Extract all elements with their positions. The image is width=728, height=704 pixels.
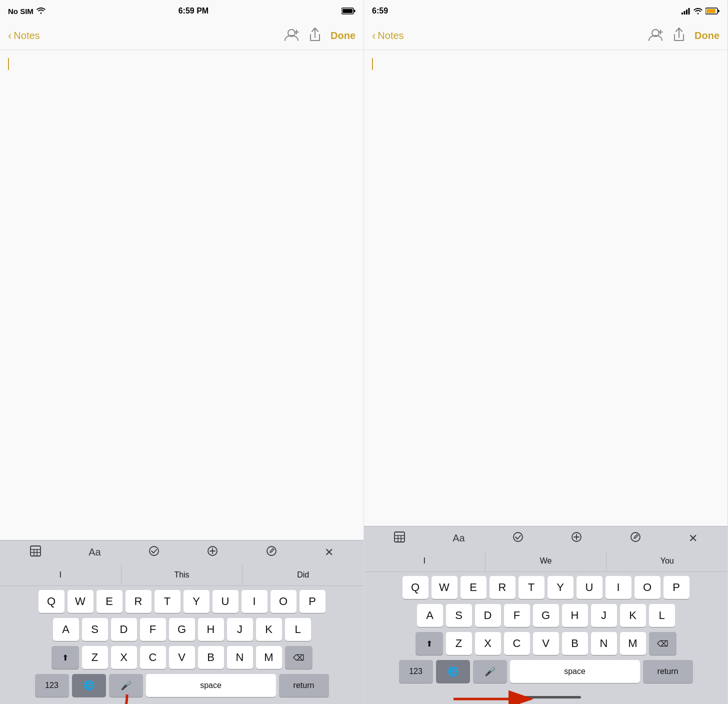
- left-key-row-2: A S D F G H J K L: [2, 618, 362, 641]
- key-o[interactable]: O: [270, 590, 296, 613]
- add-person-icon[interactable]: [284, 28, 300, 44]
- right-table-toolbar-icon[interactable]: [389, 528, 410, 548]
- table-toolbar-icon[interactable]: [25, 542, 46, 562]
- key-j[interactable]: J: [227, 618, 253, 641]
- right-back-chevron: ‹: [372, 30, 376, 42]
- key-z[interactable]: Z: [82, 646, 108, 669]
- return-key[interactable]: return: [279, 674, 329, 697]
- right-key-h[interactable]: H: [562, 604, 588, 627]
- key-w[interactable]: W: [68, 590, 94, 613]
- right-add-toolbar-icon[interactable]: [566, 528, 587, 548]
- right-key-y[interactable]: Y: [548, 576, 574, 599]
- autocomplete-item-1[interactable]: This: [122, 566, 243, 584]
- right-add-person-icon[interactable]: [648, 28, 664, 44]
- right-numbers-key[interactable]: 123: [399, 660, 433, 683]
- key-a[interactable]: A: [53, 618, 79, 641]
- key-s[interactable]: S: [82, 618, 108, 641]
- globe-key[interactable]: 🌐: [72, 674, 106, 697]
- format-toolbar-icon[interactable]: Aa: [84, 544, 106, 561]
- numbers-key[interactable]: 123: [35, 674, 69, 697]
- key-v[interactable]: V: [169, 646, 195, 669]
- right-key-n[interactable]: N: [591, 632, 617, 655]
- key-q[interactable]: Q: [38, 590, 64, 613]
- backspace-key[interactable]: ⌫: [285, 646, 312, 669]
- right-key-t[interactable]: T: [518, 576, 544, 599]
- checklist-toolbar-icon[interactable]: [144, 542, 164, 562]
- key-f[interactable]: F: [140, 618, 166, 641]
- right-note-content[interactable]: [364, 50, 728, 526]
- right-autocomplete-bar: I We You: [364, 550, 728, 572]
- left-note-content[interactable]: [0, 50, 364, 540]
- right-key-k[interactable]: K: [620, 604, 646, 627]
- right-format-toolbar-icon[interactable]: Aa: [448, 530, 470, 547]
- right-done-button[interactable]: Done: [694, 30, 720, 42]
- key-e[interactable]: E: [96, 590, 122, 613]
- autocomplete-item-0[interactable]: I: [0, 566, 122, 584]
- key-m[interactable]: M: [256, 646, 282, 669]
- right-pen-toolbar-icon[interactable]: [625, 528, 646, 548]
- autocomplete-item-2[interactable]: Did: [242, 566, 364, 584]
- right-key-o[interactable]: O: [634, 576, 660, 599]
- right-autocomplete-item-0[interactable]: I: [364, 552, 486, 570]
- close-toolbar-icon[interactable]: ✕: [320, 543, 338, 562]
- right-checklist-toolbar-icon[interactable]: [508, 528, 528, 548]
- right-battery-icon: [706, 8, 720, 14]
- key-u[interactable]: U: [212, 590, 238, 613]
- right-key-r[interactable]: R: [490, 576, 516, 599]
- right-autocomplete-item-1[interactable]: We: [486, 552, 607, 570]
- key-r[interactable]: R: [126, 590, 152, 613]
- right-status-icons: [682, 8, 720, 14]
- right-share-icon[interactable]: [674, 28, 684, 44]
- right-back-button[interactable]: ‹ Notes: [372, 30, 404, 42]
- right-key-l[interactable]: L: [649, 604, 675, 627]
- right-autocomplete-item-2[interactable]: You: [606, 552, 728, 570]
- right-key-v[interactable]: V: [533, 632, 559, 655]
- key-x[interactable]: X: [111, 646, 137, 669]
- key-l[interactable]: L: [285, 618, 311, 641]
- left-back-label: Notes: [14, 30, 40, 42]
- right-close-toolbar-icon[interactable]: ✕: [684, 529, 702, 548]
- key-i[interactable]: I: [242, 590, 268, 613]
- right-key-b[interactable]: B: [562, 632, 588, 655]
- right-key-p[interactable]: P: [664, 576, 690, 599]
- left-done-button[interactable]: Done: [330, 30, 356, 42]
- right-backspace-key[interactable]: ⌫: [649, 632, 676, 655]
- key-c[interactable]: C: [140, 646, 166, 669]
- key-h[interactable]: H: [198, 618, 224, 641]
- right-key-c[interactable]: C: [504, 632, 530, 655]
- key-n[interactable]: N: [227, 646, 253, 669]
- left-text-cursor: [8, 58, 9, 70]
- right-shift-key[interactable]: ⬆: [416, 632, 443, 655]
- right-key-x[interactable]: X: [475, 632, 501, 655]
- right-globe-key[interactable]: 🌐: [436, 660, 470, 683]
- key-y[interactable]: Y: [184, 590, 210, 613]
- right-key-a[interactable]: A: [417, 604, 443, 627]
- right-key-row-2: A S D F G H J K L: [366, 604, 726, 627]
- key-p[interactable]: P: [300, 590, 326, 613]
- right-return-key[interactable]: return: [643, 660, 693, 683]
- key-g[interactable]: G: [169, 618, 195, 641]
- right-key-m[interactable]: M: [620, 632, 646, 655]
- right-key-e[interactable]: E: [460, 576, 486, 599]
- right-key-w[interactable]: W: [432, 576, 458, 599]
- left-back-button[interactable]: ‹ Notes: [8, 30, 40, 42]
- right-key-f[interactable]: F: [504, 604, 530, 627]
- right-key-i[interactable]: I: [606, 576, 632, 599]
- right-key-g[interactable]: G: [533, 604, 559, 627]
- shift-key[interactable]: ⬆: [52, 646, 79, 669]
- pen-toolbar-icon[interactable]: [261, 542, 282, 562]
- right-key-q[interactable]: Q: [402, 576, 428, 599]
- svg-rect-19: [686, 10, 688, 14]
- right-key-z[interactable]: Z: [446, 632, 472, 655]
- key-b[interactable]: B: [198, 646, 224, 669]
- key-d[interactable]: D: [111, 618, 137, 641]
- right-key-d[interactable]: D: [475, 604, 501, 627]
- key-k[interactable]: K: [256, 618, 282, 641]
- right-key-u[interactable]: U: [576, 576, 602, 599]
- share-icon[interactable]: [310, 28, 320, 44]
- right-key-j[interactable]: J: [591, 604, 617, 627]
- key-t[interactable]: T: [154, 590, 180, 613]
- right-key-s[interactable]: S: [446, 604, 472, 627]
- space-key[interactable]: space: [146, 674, 276, 697]
- add-toolbar-icon[interactable]: [202, 542, 223, 562]
